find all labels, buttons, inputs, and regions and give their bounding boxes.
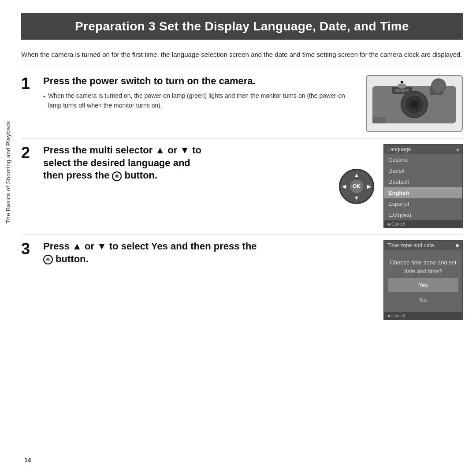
svg-point-3 — [410, 100, 419, 109]
tz-cancel-label: Cancel — [391, 313, 405, 318]
step-2-number: 2 — [21, 145, 41, 161]
step-1: 1 Press the power switch to turn on the … — [21, 75, 463, 139]
sidebar: The Basics of Shooting and Playback — [0, 79, 16, 264]
lang-menu-footer: ■ Cancel — [384, 220, 462, 228]
lang-menu-title: Language — [387, 146, 411, 152]
step-1-bullet-text: When the camera is turned on, the power-… — [48, 91, 357, 110]
tz-menu-footer: ■ Cancel — [384, 312, 462, 320]
ok-right-arrow: ▶ — [367, 183, 371, 190]
ok-down-arrow: ▼ — [354, 195, 359, 201]
step-1-body: • When the camera is turned on, the powe… — [43, 91, 357, 110]
ok-symbol-2: ® — [112, 171, 122, 181]
language-menu: Language ■ Čeština Dansk Deutsch English… — [383, 144, 463, 228]
step-1-number: 1 — [21, 76, 41, 92]
tz-menu-icon: ■ — [456, 242, 459, 249]
camera-illustration: ON/OFF ▼ T — [366, 75, 463, 132]
step-1-content: Press the power switch to turn on the ca… — [41, 75, 357, 110]
ok-selector-illustration: ▲ ▼ ◀ ▶ OK — [337, 167, 376, 206]
tz-menu-header: Time zone and date ■ — [384, 241, 462, 250]
title-bar: Preparation 3 Set the Display Language, … — [21, 13, 463, 40]
step-3-number: 3 — [21, 241, 41, 257]
bullet-icon: • — [43, 92, 45, 102]
timezone-menu: Time zone and date ■ Choose time zone an… — [383, 240, 463, 320]
step-1-image: ON/OFF ▼ T — [366, 75, 463, 132]
lang-item-espanol: Español — [384, 198, 462, 209]
step-1-bullet: • When the camera is turned on, the powe… — [43, 91, 357, 110]
lang-item-english[interactable]: English — [384, 187, 462, 198]
tz-body-text: Choose time zone and set date and time? — [390, 259, 456, 275]
ok-up-arrow: ▲ — [354, 172, 359, 178]
step-2-image-area: ▲ ▼ ◀ ▶ OK Language ■ Čeština Dansk De — [337, 144, 463, 228]
sidebar-label: The Basics of Shooting and Playback — [5, 121, 11, 223]
intro-text: When the camera is turned on for the fir… — [21, 49, 463, 66]
ok-ring: ▲ ▼ ◀ ▶ OK — [339, 169, 374, 204]
svg-rect-11 — [372, 117, 386, 123]
step-2: 2 Press the multi selector ▲ or ▼ to sel… — [21, 144, 463, 235]
lang-item-cestina: Čeština — [384, 154, 462, 165]
lang-menu-header: Language ■ — [384, 145, 462, 154]
tz-yes-option[interactable]: Yes — [388, 278, 458, 292]
lang-item-deutsch: Deutsch — [384, 176, 462, 187]
lang-cancel-label: Cancel — [391, 222, 405, 227]
step-2-heading: Press the multi selector ▲ or ▼ to selec… — [43, 144, 328, 182]
step-1-heading: Press the power switch to turn on the ca… — [43, 75, 357, 88]
svg-text:ON/OFF: ON/OFF — [395, 89, 409, 93]
main-content: Preparation 3 Set the Display Language, … — [21, 0, 463, 326]
svg-text:T: T — [443, 80, 446, 84]
lang-menu-icon: ■ — [456, 147, 459, 152]
step-3-content: Press ▲ or ▼ to select Yes and then pres… — [41, 240, 375, 269]
step-3-yes: Yes — [151, 241, 168, 252]
ok-symbol-3: ® — [43, 255, 53, 264]
tz-menu-title: Time zone and date — [387, 242, 434, 249]
step-3-image-area: Time zone and date ■ Choose time zone an… — [383, 240, 463, 320]
step-2-content: Press the multi selector ▲ or ▼ to selec… — [41, 144, 328, 186]
lang-item-dansk: Dansk — [384, 165, 462, 176]
tz-cancel-icon: ■ — [387, 313, 390, 318]
step-2-or: or — [167, 145, 177, 156]
ok-left-arrow: ◀ — [342, 183, 346, 190]
svg-point-10 — [398, 83, 406, 89]
lang-cancel-icon: ■ — [387, 222, 390, 227]
page-number: 14 — [24, 457, 31, 464]
page-title: Preparation 3 Set the Display Language, … — [30, 19, 454, 33]
step-3-heading: Press ▲ or ▼ to select Yes and then pres… — [43, 240, 375, 265]
step-3: 3 Press ▲ or ▼ to select Yes and then pr… — [21, 240, 463, 326]
tz-no-option[interactable]: No — [388, 293, 458, 307]
tz-menu-body: Choose time zone and set date and time? … — [384, 250, 462, 312]
ok-center-button: OK — [349, 179, 364, 194]
lang-item-greek: Ελληνικά — [384, 209, 462, 220]
step-2-to: to — [192, 145, 201, 156]
camera-svg: ON/OFF ▼ T — [368, 77, 461, 130]
